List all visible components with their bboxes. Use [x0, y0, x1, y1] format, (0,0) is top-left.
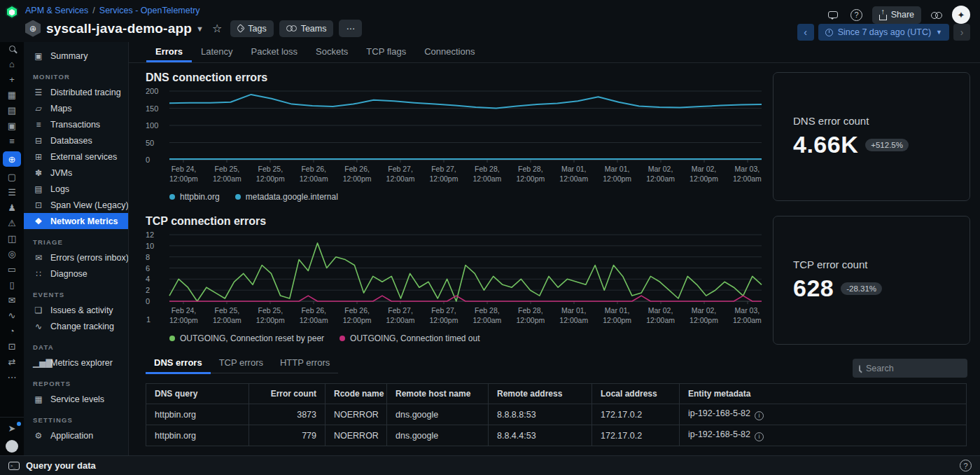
favorite-star-icon[interactable]: ☆ [212, 22, 222, 35]
entities-icon[interactable]: ≡ [4, 136, 20, 146]
legend-item[interactable]: metadata.google.internal [235, 192, 338, 202]
legend-item[interactable]: httpbin.org [169, 192, 220, 202]
sidebar-section-settings: SETTINGS [24, 412, 128, 427]
create-icon[interactable]: + [4, 74, 20, 85]
service-hexagon-icon: ⊕ [25, 20, 41, 37]
tab-latency[interactable]: Latency [192, 42, 242, 62]
question-icon: ? [850, 9, 862, 21]
teams-button[interactable]: Teams [279, 20, 334, 37]
sidebar-item-errors-errors-inbox[interactable]: ✉Errors (errors inbox) [24, 249, 128, 266]
sidebar-item-application[interactable]: ⚙Application [24, 427, 128, 443]
help-button[interactable]: ? [848, 6, 865, 23]
series-dot-icon [235, 194, 241, 200]
x-axis-label: Feb 28, 12:00am [472, 165, 501, 184]
sidebar-item-maps[interactable]: ▱Maps [24, 100, 128, 116]
dns-chart-plot [169, 91, 762, 160]
tags-button[interactable]: Tags [230, 20, 273, 37]
issues-activity-icon: ❏ [33, 305, 44, 315]
time-forward-button[interactable]: › [953, 24, 970, 41]
sidebar-item-service-levels[interactable]: ▦Service levels [24, 391, 128, 407]
sidebar-item-external-services[interactable]: ⊞External services [24, 149, 128, 165]
info-icon[interactable] [755, 432, 764, 441]
pipelines-icon[interactable]: ⇄ [4, 357, 20, 367]
sidebar-item-databases[interactable]: ⊟Databases [24, 132, 128, 149]
maps-icon: ▱ [33, 104, 44, 113]
whats-new-icon[interactable]: ➤ [4, 423, 20, 434]
feedback-button[interactable] [825, 6, 841, 23]
legend-item[interactable]: OUTGOING, Connection timed out [340, 333, 479, 343]
gauge-icon[interactable]: ◔ [4, 326, 20, 336]
browser-icon[interactable]: ▭ [4, 264, 20, 275]
sidebar-item-transactions[interactable]: ≡Transactions [24, 116, 128, 132]
dashboards-icon[interactable]: ▣ [4, 121, 20, 131]
search-icon[interactable] [4, 43, 20, 54]
kpi-value: 4.66K [793, 131, 858, 158]
browser-apps-icon[interactable]: ◫ [4, 233, 20, 244]
time-range-picker[interactable]: Since 7 days ago (UTC) ▼ [818, 24, 949, 41]
cell-rcode-name: NOERROR [326, 425, 387, 446]
sidebar-item-metrics-explorer[interactable]: ▁▅▇Metrics explorer [24, 354, 128, 371]
tab-sockets[interactable]: Sockets [307, 42, 357, 62]
sidebar-item-distributed-tracing[interactable]: ☰Distributed tracing [24, 84, 128, 100]
table-row[interactable]: httpbin.org779NOERRORdns.google8.8.4.4:5… [146, 425, 967, 446]
traces-icon[interactable]: ☰ [4, 187, 20, 198]
column-header-dns-query[interactable]: DNS query [146, 384, 249, 404]
table-search [853, 359, 967, 378]
query-your-data-button[interactable]: Query your data [26, 460, 96, 471]
column-header-rcode-name[interactable]: Rcode name [326, 384, 387, 404]
sidebar-item-diagnose[interactable]: ∷Diagnose [24, 266, 128, 282]
activity-icon[interactable]: ∿ [4, 310, 20, 321]
logs-icon[interactable]: ▢ [4, 172, 20, 182]
ai-assistant-button[interactable]: ✦ [952, 6, 970, 24]
synthetics-icon[interactable]: ◎ [4, 249, 20, 259]
sidebar-item-summary[interactable]: ▣Summary [24, 48, 128, 64]
subtab-dns-errors[interactable]: DNS errors [146, 357, 211, 374]
permalink-button[interactable] [928, 6, 945, 23]
table-row[interactable]: httpbin.org3873NOERRORdns.google8.8.8.8:… [146, 404, 967, 425]
users-icon[interactable]: ♟ [4, 202, 20, 213]
sidebar-item-logs[interactable]: ▤Logs [24, 181, 128, 197]
apm-services-icon[interactable]: ⊕ [3, 151, 21, 167]
more-icon[interactable]: ⋯ [4, 372, 20, 383]
breadcrumb-apm-services[interactable]: APM & Services [25, 6, 88, 15]
breadcrumb-services-opentelemetry[interactable]: Services - OpenTelemetry [99, 6, 200, 15]
sidebar-item-change-tracking[interactable]: ∿Change tracking [24, 318, 128, 334]
sidebar-item-issues-activity[interactable]: ❏Issues & activity [24, 302, 128, 318]
time-back-button[interactable]: ‹ [797, 24, 814, 41]
title-chevron-down-icon[interactable]: ▼ [196, 25, 204, 33]
search-input[interactable] [866, 364, 979, 373]
tab-tcp-flags[interactable]: TCP flags [357, 42, 415, 62]
column-header-error-count[interactable]: Error count [249, 384, 326, 404]
sidebar-item-jvms[interactable]: ✽JVMs [24, 165, 128, 181]
column-header-remote-host-name[interactable]: Remote host name [387, 384, 489, 404]
x-axis-label: Feb 27, 12:00pm [430, 165, 458, 184]
share-button[interactable]: Share [872, 6, 921, 24]
column-header-remote-address[interactable]: Remote address [489, 384, 592, 404]
user-avatar[interactable] [4, 441, 20, 451]
home-icon[interactable]: ⌂ [4, 59, 20, 69]
tab-errors[interactable]: Errors [146, 42, 192, 62]
info-icon[interactable] [755, 411, 764, 420]
subtab-http-errors[interactable]: HTTP errors [272, 357, 338, 374]
x-axis-label: Feb 27, 12:00am [386, 306, 415, 325]
mobile-icon[interactable]: ▯ [4, 280, 20, 290]
errors-inbox-icon[interactable]: ✉ [4, 295, 20, 305]
subtab-tcp-errors[interactable]: TCP errors [211, 357, 272, 374]
sidebar-item-network-metrics[interactable]: ❖Network Metrics [24, 213, 128, 229]
tab-connections[interactable]: Connections [415, 42, 484, 62]
more-actions-button[interactable]: ⋯ [339, 20, 362, 37]
cell-rcode-name: NOERROR [326, 404, 387, 425]
search-icon [859, 365, 860, 371]
tag-icon [236, 24, 245, 33]
column-header-local-address[interactable]: Local address [592, 384, 680, 404]
alerts-icon[interactable]: ⚠ [4, 218, 20, 228]
apps-icon[interactable]: ▦ [4, 90, 20, 100]
docs-icon[interactable]: ▤ [4, 105, 20, 116]
footer-help-icon[interactable]: ? [960, 460, 972, 471]
dns-chart-legend: httpbin.org metadata.google.internal [169, 192, 762, 202]
workloads-icon[interactable]: ⊡ [4, 341, 20, 352]
tab-packet-loss[interactable]: Packet loss [242, 42, 307, 62]
sidebar-item-span-view-legacy[interactable]: ⊡Span View (Legacy) [24, 197, 128, 213]
legend-item[interactable]: OUTGOING, Connection reset by peer [169, 333, 324, 343]
column-header-entity-metadata[interactable]: Entity metadata [680, 384, 967, 404]
